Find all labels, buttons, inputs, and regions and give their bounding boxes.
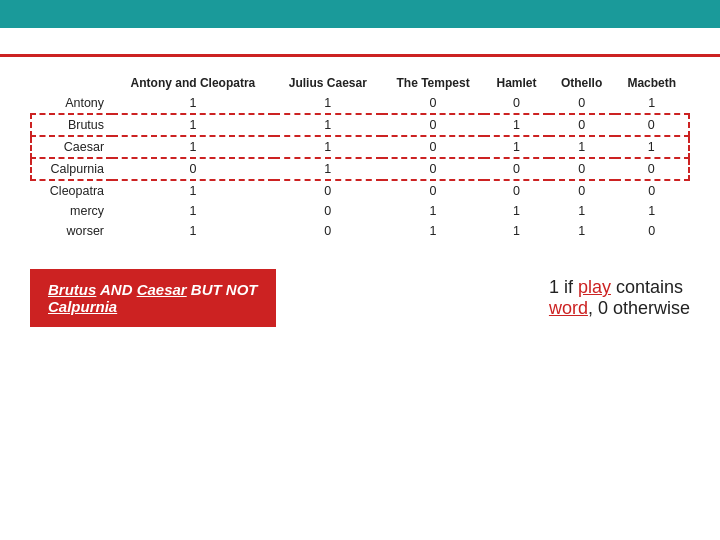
row-cell: 1 — [274, 93, 382, 114]
row-cell: 0 — [484, 180, 548, 201]
col-header-empty — [31, 73, 112, 93]
table-row: Antony110001 — [31, 93, 689, 114]
row-cell: 0 — [382, 158, 484, 180]
row-cell: 0 — [549, 180, 615, 201]
row-cell: 0 — [274, 221, 382, 241]
row-cell: 0 — [382, 136, 484, 158]
col-header-hamlet: Hamlet — [484, 73, 548, 93]
row-cell: 1 — [382, 221, 484, 241]
description-middle: contains — [611, 277, 683, 297]
table-row: worser101110 — [31, 221, 689, 241]
row-cell: 0 — [382, 114, 484, 136]
query-box: Brutus AND Caesar BUT NOT Calpurnia — [30, 269, 276, 327]
row-cell: 1 — [484, 114, 548, 136]
row-cell: 1 — [382, 201, 484, 221]
row-cell: 0 — [382, 93, 484, 114]
row-term-label: worser — [31, 221, 112, 241]
row-term-label: Calpurnia — [31, 158, 112, 180]
row-cell: 1 — [112, 221, 274, 241]
row-cell: 0 — [382, 180, 484, 201]
row-cell: 1 — [615, 136, 689, 158]
row-cell: 1 — [274, 136, 382, 158]
row-cell: 0 — [274, 201, 382, 221]
col-header-tempest: The Tempest — [382, 73, 484, 93]
bottom-area: Brutus AND Caesar BUT NOT Calpurnia 1 if… — [0, 251, 720, 337]
description-play: play — [578, 277, 611, 297]
row-term-label: Brutus — [31, 114, 112, 136]
row-term-label: Cleopatra — [31, 180, 112, 201]
row-term-label: mercy — [31, 201, 112, 221]
description-word: word — [549, 298, 588, 318]
query-but-not: BUT NOT — [191, 281, 258, 298]
row-cell: 0 — [615, 158, 689, 180]
row-term-label: Antony — [31, 93, 112, 114]
row-cell: 1 — [112, 136, 274, 158]
description-suffix: , 0 otherwise — [588, 298, 690, 318]
row-cell: 1 — [549, 136, 615, 158]
row-cell: 0 — [615, 114, 689, 136]
row-cell: 1 — [549, 201, 615, 221]
row-cell: 0 — [615, 221, 689, 241]
incidence-table: Antony and Cleopatra Julius Caesar The T… — [30, 73, 690, 241]
row-cell: 1 — [484, 221, 548, 241]
col-header-julius-caesar: Julius Caesar — [274, 73, 382, 93]
row-cell: 0 — [274, 180, 382, 201]
row-term-label: Caesar — [31, 136, 112, 158]
row-cell: 1 — [112, 180, 274, 201]
header — [0, 0, 720, 28]
table-row: Cleopatra100000 — [31, 180, 689, 201]
row-cell: 1 — [274, 158, 382, 180]
row-cell: 1 — [274, 114, 382, 136]
row-cell: 0 — [484, 93, 548, 114]
table-body: Antony110001Brutus110100Caesar110111Calp… — [31, 93, 689, 241]
row-cell: 0 — [112, 158, 274, 180]
query-brutus: Brutus — [48, 281, 96, 298]
row-cell: 1 — [615, 201, 689, 221]
table-row: mercy101111 — [31, 201, 689, 221]
table-row: Brutus110100 — [31, 114, 689, 136]
table-header-row: Antony and Cleopatra Julius Caesar The T… — [31, 73, 689, 93]
query-and: AND — [100, 281, 137, 298]
row-cell: 1 — [112, 93, 274, 114]
main-content: Antony and Cleopatra Julius Caesar The T… — [0, 57, 720, 251]
row-cell: 0 — [549, 93, 615, 114]
row-cell: 1 — [112, 114, 274, 136]
row-cell: 0 — [549, 158, 615, 180]
col-header-antony-cleopatra: Antony and Cleopatra — [112, 73, 274, 93]
row-cell: 0 — [484, 158, 548, 180]
row-cell: 1 — [484, 201, 548, 221]
row-cell: 0 — [615, 180, 689, 201]
query-caesar: Caesar — [137, 281, 187, 298]
row-cell: 0 — [549, 114, 615, 136]
row-cell: 1 — [615, 93, 689, 114]
col-header-macbeth: Macbeth — [615, 73, 689, 93]
table-row: Caesar110111 — [31, 136, 689, 158]
row-cell: 1 — [549, 221, 615, 241]
table-row: Calpurnia010000 — [31, 158, 689, 180]
row-cell: 1 — [484, 136, 548, 158]
row-cell: 1 — [112, 201, 274, 221]
page-title-area — [0, 28, 720, 57]
col-header-othello: Othello — [549, 73, 615, 93]
query-calpurnia: Calpurnia — [48, 298, 117, 315]
description-box: 1 if play containsword, 0 otherwise — [549, 277, 690, 319]
description-prefix: 1 if — [549, 277, 578, 297]
